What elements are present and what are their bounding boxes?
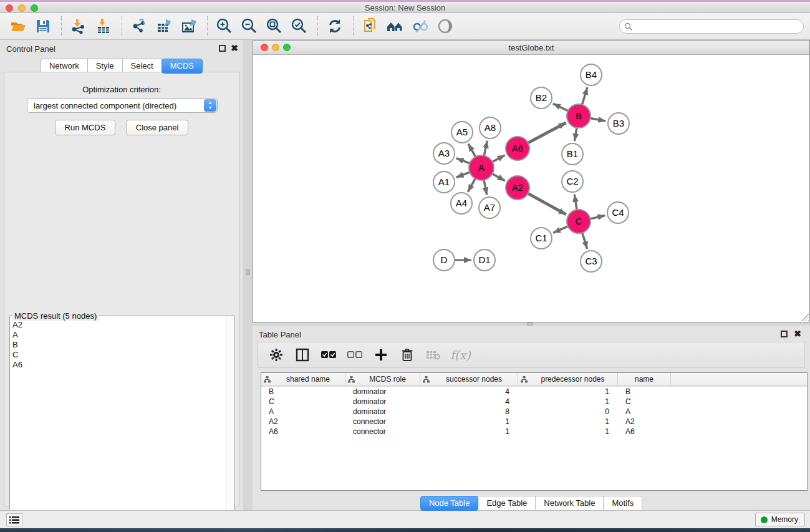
import-table-button[interactable] (93, 16, 114, 37)
graph-edge-A-A4[interactable] (468, 178, 475, 191)
table-row[interactable]: Bdominator41B (261, 387, 807, 397)
graph-node-B2[interactable]: B2 (531, 87, 552, 109)
splitter-grip[interactable] (246, 269, 250, 275)
zoom-out-button[interactable] (239, 16, 260, 37)
graph-node-C4[interactable]: C4 (607, 202, 629, 223)
delete-table-button[interactable] (424, 346, 443, 364)
birdseye-view-button[interactable] (435, 16, 456, 37)
graph-edge-B-B4[interactable] (582, 87, 587, 105)
graph-node-C3[interactable]: C3 (581, 251, 602, 272)
graph-node-A7[interactable]: A7 (479, 197, 500, 218)
home-network-button[interactable] (385, 16, 406, 37)
close-panel-icon[interactable]: ✖ (231, 43, 238, 53)
mcds-result-item[interactable]: B (11, 340, 224, 350)
mcds-result-item[interactable]: A2 (11, 320, 224, 330)
show-column-button[interactable] (293, 346, 312, 364)
network-window-titlebar[interactable]: testGlobe.txt (253, 41, 809, 55)
column-header-name[interactable]: name (618, 373, 671, 385)
graph-edge-A6-B[interactable] (528, 123, 566, 143)
select-all-button[interactable] (319, 346, 338, 364)
vertical-splitter[interactable] (243, 40, 253, 510)
graph-node-A5[interactable]: A5 (451, 122, 473, 143)
close-table-panel-icon[interactable]: ✖ (794, 329, 801, 339)
graph-node-D1[interactable]: D1 (474, 249, 495, 271)
table-row[interactable]: Adominator80A (261, 407, 807, 417)
column-header-predecessor-nodes[interactable]: predecessor nodes (518, 373, 618, 385)
mcds-result-item[interactable]: C (11, 350, 224, 360)
column-header-MCDS-role[interactable]: MCDS role (345, 373, 420, 385)
mcds-scrollbar[interactable] (226, 316, 234, 527)
open-file-button[interactable] (7, 16, 29, 37)
tab-node-table[interactable]: Node Table (420, 496, 479, 511)
task-history-button[interactable] (6, 513, 22, 526)
graph-edge-B-B2[interactable] (553, 104, 568, 111)
graph-edge-A-A6[interactable] (493, 155, 505, 162)
memory-button[interactable]: Memory (755, 513, 805, 526)
tab-edge-table[interactable]: Edge Table (478, 496, 536, 511)
graph-node-A3[interactable]: A3 (433, 143, 455, 164)
unselect-all-button[interactable] (345, 346, 364, 364)
graph-node-D[interactable]: D (433, 249, 455, 271)
graph-edge-B-B3[interactable] (591, 118, 606, 122)
create-column-button[interactable] (372, 346, 390, 364)
toolbar-search[interactable] (619, 19, 804, 34)
graph-edge-A-A1[interactable] (456, 172, 470, 177)
graph-node-A[interactable]: A (469, 155, 494, 180)
hide-details-button[interactable] (410, 16, 431, 37)
export-image-button[interactable] (178, 16, 200, 37)
zoom-selected-button[interactable] (289, 16, 310, 37)
mcds-result-item[interactable]: A (11, 330, 224, 340)
graph-node-C1[interactable]: C1 (531, 228, 552, 249)
tab-network-table[interactable]: Network Table (535, 496, 604, 511)
table-settings-button[interactable] (267, 346, 286, 364)
graph-node-A6[interactable]: A6 (506, 137, 529, 160)
window-resize-handle[interactable] (801, 314, 809, 321)
import-network-button[interactable] (68, 16, 89, 37)
graph-edge-C-C4[interactable] (591, 216, 605, 219)
table-row[interactable]: A6connector11A6 (261, 427, 807, 437)
zoom-in-button[interactable] (214, 16, 235, 37)
criterion-dropdown[interactable]: largest connected component (directed) ▲… (27, 98, 218, 113)
run-mcds-button[interactable]: Run MCDS (55, 120, 116, 135)
graph-node-A1[interactable]: A1 (433, 172, 455, 193)
clone-network-button[interactable] (360, 16, 381, 37)
graph-node-A2[interactable]: A2 (506, 176, 529, 200)
graph-edge-C-C1[interactable] (553, 226, 568, 233)
graph-node-B4[interactable]: B4 (581, 64, 602, 85)
float-panel-icon[interactable] (219, 45, 226, 52)
graph-edge-B-B1[interactable] (574, 128, 577, 142)
graph-node-A8[interactable]: A8 (480, 117, 501, 138)
graph-edge-A-A8[interactable] (484, 141, 487, 156)
table-row[interactable]: A2connector11A2 (261, 417, 807, 427)
mcds-result-item[interactable]: A6 (11, 360, 224, 370)
graph-edge-C-C2[interactable] (574, 195, 577, 210)
graph-node-B3[interactable]: B3 (608, 113, 629, 134)
graph-node-B1[interactable]: B1 (562, 143, 583, 165)
save-session-button[interactable] (32, 16, 54, 37)
graph-edge-A2-C[interactable] (528, 193, 566, 215)
graph-node-B[interactable]: B (567, 104, 591, 128)
graph-edge-A-A5[interactable] (468, 143, 475, 157)
refresh-button[interactable] (324, 16, 345, 37)
delete-column-button[interactable] (398, 346, 417, 364)
table-row[interactable]: Cdominator41C (261, 397, 807, 407)
column-header-shared-name[interactable]: shared name (261, 373, 345, 385)
graph-edge-A-A2[interactable] (493, 174, 505, 181)
graph-edge-A-A3[interactable] (456, 158, 470, 163)
close-panel-button[interactable]: Close panel (126, 120, 189, 135)
export-table-button[interactable] (153, 16, 175, 37)
graph-node-A4[interactable]: A4 (451, 193, 472, 214)
main-titlebar[interactable]: Session: New Session (0, 2, 810, 13)
graph-edge-A-A7[interactable] (484, 180, 487, 195)
graph-node-C2[interactable]: C2 (562, 171, 583, 192)
zoom-fit-button[interactable] (264, 16, 285, 37)
function-builder-button[interactable]: f(x) (450, 346, 471, 364)
tab-motifs[interactable]: Motifs (603, 496, 642, 511)
column-header-successor-nodes[interactable]: successor nodes (420, 373, 518, 385)
search-input[interactable] (633, 22, 803, 31)
export-network-button[interactable] (128, 16, 150, 37)
graph-edge-C-C3[interactable] (582, 233, 587, 249)
network-canvas[interactable]: B4B2BB3A5A8A6A3B1AA1C2A2A4A7C4CC1DD1C3 (253, 55, 809, 322)
graph-node-C[interactable]: C (567, 210, 591, 233)
float-table-panel-icon[interactable] (781, 331, 788, 337)
